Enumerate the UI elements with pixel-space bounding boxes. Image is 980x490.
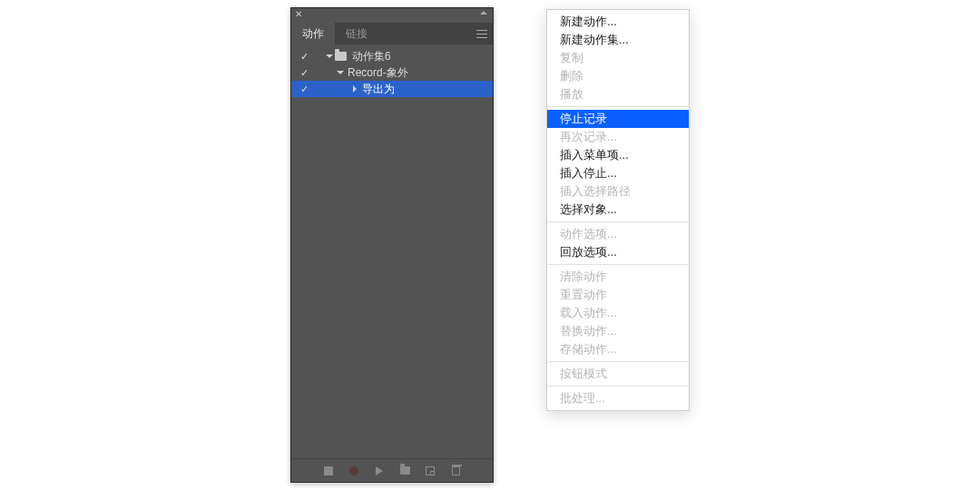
menu-item: 动作选项... — [547, 225, 689, 243]
panel-footer — [291, 458, 493, 482]
record-icon[interactable] — [348, 466, 359, 476]
check-icon[interactable]: ✓ — [297, 83, 311, 95]
menu-item: 存储动作... — [547, 340, 689, 358]
panel-menu-icon[interactable] — [476, 30, 487, 38]
play-icon[interactable] — [374, 466, 385, 476]
new-action-icon[interactable] — [425, 466, 436, 476]
check-icon[interactable]: ✓ — [297, 51, 311, 63]
menu-item: 插入选择路径 — [547, 182, 689, 201]
actions-tree: ✓ 动作集6 ✓ Record-象外 ✓ 导出为 — [291, 44, 493, 458]
menu-item: 再次记录... — [547, 128, 689, 146]
menu-item[interactable]: 新建动作... — [547, 13, 689, 31]
tab-actions[interactable]: 动作 — [291, 23, 335, 44]
menu-item: 播放 — [547, 85, 689, 103]
menu-item: 删除 — [547, 67, 689, 85]
panel-context-menu: 新建动作...新建动作集...复制删除播放停止记录再次记录...插入菜单项...… — [546, 9, 690, 411]
step-label: 导出为 — [362, 82, 395, 97]
trash-icon[interactable] — [450, 466, 461, 476]
menu-separator — [547, 221, 689, 222]
tree-row-step[interactable]: ✓ 导出为 — [291, 81, 493, 97]
menu-separator — [547, 361, 689, 362]
tab-links[interactable]: 链接 — [335, 23, 378, 44]
stop-icon[interactable] — [323, 466, 334, 476]
tree-row-action[interactable]: ✓ Record-象外 — [291, 64, 493, 81]
menu-item[interactable]: 选择对象... — [547, 201, 689, 219]
menu-item: 复制 — [547, 49, 689, 67]
folder-icon — [335, 52, 347, 61]
collapse-icon[interactable] — [480, 11, 487, 15]
panel-titlebar: ✕ — [291, 8, 493, 23]
action-label: Record-象外 — [348, 65, 408, 81]
panel-tabbar: 动作 链接 — [291, 23, 493, 44]
menu-item[interactable]: 停止记录 — [547, 110, 689, 128]
menu-item: 载入动作... — [547, 304, 689, 322]
menu-item: 按钮模式 — [547, 365, 689, 383]
menu-separator — [547, 106, 689, 107]
menu-item[interactable]: 回放选项... — [547, 243, 689, 261]
actions-panel: ✕ 动作 链接 ✓ 动作集6 ✓ Record-象外 ✓ — [290, 7, 494, 483]
new-set-icon[interactable] — [399, 466, 410, 476]
check-icon[interactable]: ✓ — [297, 67, 311, 79]
menu-item: 批处理... — [547, 389, 689, 407]
menu-item: 替换动作... — [547, 322, 689, 340]
tree-row-set[interactable]: ✓ 动作集6 — [291, 48, 493, 64]
chevron-right-icon[interactable] — [349, 85, 360, 93]
chevron-down-icon[interactable] — [335, 71, 346, 74]
menu-item[interactable]: 插入停止... — [547, 164, 689, 182]
close-icon[interactable]: ✕ — [295, 10, 302, 19]
menu-separator — [547, 264, 689, 265]
menu-item: 重置动作 — [547, 286, 689, 304]
menu-item: 清除动作 — [547, 268, 689, 286]
menu-separator — [547, 386, 689, 387]
set-label: 动作集6 — [352, 49, 391, 64]
menu-item[interactable]: 新建动作集... — [547, 31, 689, 49]
menu-item[interactable]: 插入菜单项... — [547, 146, 689, 164]
chevron-down-icon[interactable] — [324, 54, 335, 58]
